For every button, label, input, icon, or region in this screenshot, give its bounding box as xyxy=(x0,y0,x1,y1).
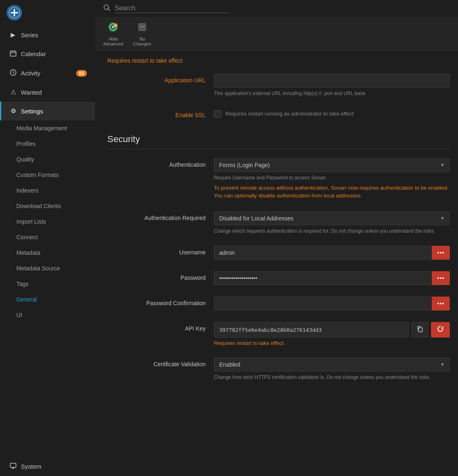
api-key-copy-button[interactable] xyxy=(411,322,429,338)
sidebar-item-wanted[interactable]: ⚠ Wanted xyxy=(0,83,95,102)
hide-advanced-label: Hide Advanced xyxy=(103,36,123,46)
main-panel: Hide Advanced No Changes Requires restar… xyxy=(95,0,458,476)
application-url-row: Application URL This application's exter… xyxy=(107,68,450,103)
sidebar-item-tags[interactable]: Tags xyxy=(0,276,95,292)
application-url-control: This application's external URL includin… xyxy=(214,74,450,97)
refresh-icon xyxy=(437,326,444,333)
sidebar-item-indexers[interactable]: Indexers xyxy=(0,183,95,198)
sidebar-item-settings[interactable]: ⚙ Settings xyxy=(0,102,95,120)
sidebar-item-custom-formats[interactable]: Custom Formats xyxy=(0,167,95,183)
username-input-wrap: ••• xyxy=(214,246,450,260)
dots-icon: ••• xyxy=(437,275,444,281)
authentication-select[interactable]: Forms (Login Page) xyxy=(214,158,450,172)
sidebar-sub-label: Import Lists xyxy=(16,218,46,225)
password-confirm-control: ••• xyxy=(214,297,450,311)
sidebar-sub-label: Metadata Source xyxy=(16,265,60,272)
password-input[interactable] xyxy=(214,271,432,285)
enable-ssl-checkbox[interactable] xyxy=(214,110,221,118)
svg-rect-5 xyxy=(10,463,16,467)
sidebar-item-label: Settings xyxy=(21,108,43,115)
search-input[interactable] xyxy=(115,5,229,13)
logo xyxy=(0,0,95,25)
svg-point-8 xyxy=(104,5,109,9)
activity-badge: 63 xyxy=(76,70,87,77)
authentication-warning: To prevent remote access without authent… xyxy=(214,184,450,200)
system-icon xyxy=(9,462,17,470)
password-confirm-row: Password Confirmation ••• xyxy=(107,291,450,316)
password-action-button[interactable]: ••• xyxy=(432,271,450,285)
sidebar-sub-label: Profiles xyxy=(16,141,36,147)
svg-rect-18 xyxy=(419,328,422,332)
api-key-input[interactable] xyxy=(214,322,409,338)
requires-restart-top: Requires restart to take effect xyxy=(107,51,450,68)
sidebar: ▶ Series Calendar Activity 63 ⚠ Wanted ⚙… xyxy=(0,0,95,476)
sidebar-item-download-clients[interactable]: Download Clients xyxy=(0,198,95,214)
sidebar-item-label: Series xyxy=(21,32,39,39)
sidebar-item-label: Wanted xyxy=(21,89,42,96)
sidebar-item-ui[interactable]: UI xyxy=(0,307,95,323)
sidebar-item-profiles[interactable]: Profiles xyxy=(0,136,95,152)
sidebar-sub-label: UI xyxy=(16,312,22,318)
username-control: ••• xyxy=(214,246,450,260)
sidebar-item-metadata[interactable]: Metadata xyxy=(0,245,95,261)
auth-required-helper: Change which requests authentication is … xyxy=(214,228,450,235)
topbar xyxy=(95,0,458,18)
cert-validation-control: Enabled ▼ Change how strict HTTPS certif… xyxy=(214,358,450,381)
password-confirm-action-button[interactable]: ••• xyxy=(432,297,450,311)
sidebar-item-media-management[interactable]: Media Management xyxy=(0,120,95,136)
api-key-refresh-button[interactable] xyxy=(431,322,450,338)
enable-ssl-control: Requires restart running as administrato… xyxy=(214,109,450,118)
sidebar-item-label: System xyxy=(21,463,41,470)
sidebar-item-quality[interactable]: Quality xyxy=(0,152,95,167)
auth-required-row: Authentication Required Disabled for Loc… xyxy=(107,206,450,240)
hide-advanced-icon xyxy=(108,22,118,35)
username-action-button[interactable]: ••• xyxy=(432,246,450,260)
sidebar-item-series[interactable]: ▶ Series xyxy=(0,25,95,44)
password-confirm-input[interactable] xyxy=(214,297,432,311)
sidebar-item-calendar[interactable]: Calendar xyxy=(0,44,95,63)
no-changes-label: No Changes xyxy=(133,36,151,46)
requires-restart-api: Requires restart to take effect xyxy=(214,338,450,346)
sidebar-item-label: Activity xyxy=(21,70,41,77)
no-changes-button[interactable]: No Changes xyxy=(133,22,151,46)
settings-icon: ⚙ xyxy=(9,107,17,115)
auth-required-select-wrap: Disabled for Local Addresses ▼ xyxy=(214,211,450,225)
api-key-control: Requires restart to take effect xyxy=(214,322,450,346)
sidebar-sub-label: Media Management xyxy=(16,125,67,131)
auth-required-label: Authentication Required xyxy=(107,211,206,221)
sidebar-sub-label: Connect xyxy=(16,234,38,240)
password-row: Password ••• xyxy=(107,265,450,291)
sidebar-item-system[interactable]: System xyxy=(0,457,95,476)
sidebar-sub-label: Metadata xyxy=(16,249,40,256)
sidebar-sub-label: Quality xyxy=(16,156,34,163)
authentication-label: Authentication xyxy=(107,158,206,168)
series-icon: ▶ xyxy=(9,31,17,39)
api-key-label: API Key xyxy=(107,322,206,332)
sidebar-item-connect[interactable]: Connect xyxy=(0,229,95,245)
password-input-wrap: ••• xyxy=(214,271,450,285)
cert-validation-select[interactable]: Enabled xyxy=(214,358,450,372)
sidebar-sub-label: Indexers xyxy=(16,187,39,194)
toolbar: Hide Advanced No Changes xyxy=(95,18,458,51)
cert-validation-helper: Change how strict HTTPS certification va… xyxy=(214,374,450,381)
sidebar-sub-label: Custom Formats xyxy=(16,172,59,178)
sidebar-item-general[interactable]: General xyxy=(0,292,95,307)
no-changes-icon xyxy=(137,22,147,35)
copy-icon xyxy=(417,326,423,333)
username-input[interactable] xyxy=(214,246,432,260)
application-url-input[interactable] xyxy=(214,74,450,88)
sidebar-sub-label: Download Clients xyxy=(16,203,61,209)
authentication-row: Authentication Forms (Login Page) ▼ Requ… xyxy=(107,152,450,206)
hide-advanced-button[interactable]: Hide Advanced xyxy=(103,22,123,46)
app-logo xyxy=(7,5,22,20)
wanted-icon: ⚠ xyxy=(9,88,17,96)
sidebar-item-import-lists[interactable]: Import Lists xyxy=(0,214,95,229)
sidebar-sub-label: General xyxy=(16,296,37,303)
svg-rect-0 xyxy=(10,51,16,56)
sidebar-item-metadata-source[interactable]: Metadata Source xyxy=(0,261,95,276)
auth-required-select[interactable]: Disabled for Local Addresses xyxy=(214,211,450,225)
sidebar-sub-label: Tags xyxy=(16,281,29,287)
sidebar-item-activity[interactable]: Activity 63 xyxy=(0,63,95,83)
application-url-label: Application URL xyxy=(107,74,206,84)
api-key-input-wrap xyxy=(214,322,450,338)
